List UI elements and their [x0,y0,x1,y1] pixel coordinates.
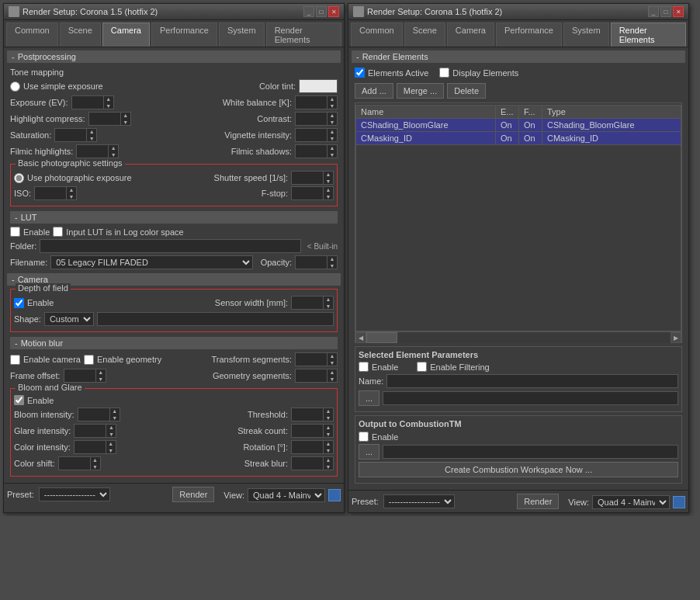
preset-select-2[interactable]: ------------------ [383,494,455,508]
contrast-up[interactable]: ▲ [327,112,337,119]
shutter-up[interactable]: ▲ [324,171,333,178]
sensor-down[interactable]: ▼ [324,303,333,310]
shape-dropdown[interactable]: Custom [44,312,94,326]
wb-spinbox[interactable]: 6500,0 ▲ ▼ [295,95,338,109]
rotation-up[interactable]: ▲ [324,440,333,447]
streak-count-input[interactable]: 3 [292,426,323,435]
bloom-enable-checkbox[interactable] [14,395,24,405]
color-tint-swatch[interactable] [299,79,338,93]
combustion-enable-checkbox[interactable] [359,432,369,442]
rotation-input[interactable]: 0,0 [292,442,323,452]
color-intensity-down[interactable]: ▼ [106,447,116,454]
exposure-spinbox[interactable]: 0,0 ▲ ▼ [71,95,114,109]
exposure-down[interactable]: ▼ [104,102,113,109]
vignette-spinbox[interactable]: 0,0 ▲ ▼ [295,128,338,142]
filmic-high-down[interactable]: ▼ [109,151,118,158]
re-row-1[interactable]: CMasking_ID On On CMasking_ID [356,132,681,145]
color-shift-spinbox[interactable]: 0,0 ▲ ▼ [58,456,101,470]
fstop-up[interactable]: ▲ [324,186,333,193]
glare-intensity-up[interactable]: ▲ [106,424,116,431]
minimize-btn-2[interactable]: _ [648,6,659,17]
scroll-thumb[interactable] [366,332,397,343]
saturation-spinbox[interactable]: 0,0 ▲ ▼ [54,128,97,142]
geo-seg-input[interactable]: 3 [296,371,327,380]
filmic-high-spinbox[interactable]: 0,0 ▲ ▼ [76,144,119,158]
contrast-spinbox[interactable]: 3,0 ▲ ▼ [295,112,338,126]
transform-seg-input[interactable]: 6 [296,355,327,364]
highlight-input[interactable]: 10,0 [89,114,120,123]
fstop-input[interactable]: 16,0 [292,189,323,198]
maximize-btn-2[interactable]: □ [660,6,671,17]
saturation-up[interactable]: ▲ [87,128,96,135]
map-input[interactable]: Map #2094 (exagon_bokeh.jpg) [97,312,334,326]
highlight-spinbox[interactable]: 10,0 ▲ ▼ [88,112,131,126]
rotation-spinbox[interactable]: 0,0 ▲ ▼ [291,440,334,454]
vignette-down[interactable]: ▼ [327,135,337,142]
streak-blur-up[interactable]: ▲ [324,456,333,463]
minimize-btn-1[interactable]: _ [303,6,314,17]
scroll-track[interactable] [366,332,671,343]
lut-opacity-up[interactable]: ▲ [327,255,337,262]
threshold-spinbox[interactable]: 0,1 ▲ ▼ [291,408,334,421]
filmic-shadow-spinbox[interactable]: 0,0 ▲ ▼ [295,144,338,158]
iso-up[interactable]: ▲ [67,186,76,193]
re-row-0[interactable]: CShading_BloomGlare On On CShading_Bloom… [356,119,681,132]
transform-seg-down[interactable]: ▼ [327,359,337,366]
view-lock-icon-1[interactable] [328,489,341,501]
tab1-system[interactable]: System [219,23,265,47]
glare-intensity-down[interactable]: ▼ [106,431,116,438]
streak-count-up[interactable]: ▲ [324,424,333,431]
lut-opacity-down[interactable]: ▼ [327,262,337,269]
view-lock-icon-2[interactable] [673,496,685,508]
wb-input[interactable]: 6500,0 [296,98,327,107]
wb-up[interactable]: ▲ [327,95,337,102]
filmic-shadow-input[interactable]: 0,0 [296,147,327,156]
tab2-system[interactable]: System [563,23,609,47]
threshold-down[interactable]: ▼ [324,414,333,421]
combustion-dots-btn[interactable]: ... [359,444,379,460]
simple-exposure-radio[interactable] [10,82,20,92]
selected-dots-btn[interactable]: ... [359,390,379,406]
color-shift-down[interactable]: ▼ [91,463,100,470]
enable-filtering-checkbox[interactable] [417,362,427,372]
shutter-spinbox[interactable]: 50,0 ▲ ▼ [291,171,334,185]
render-btn-2[interactable]: Render [517,494,559,509]
highlight-down[interactable]: ▼ [121,119,130,126]
color-intensity-input[interactable]: 0,0 [75,442,106,452]
saturation-input[interactable]: 0,0 [55,130,86,140]
selected-extra-input[interactable] [383,391,678,405]
lut-opacity-spinbox[interactable]: 1,0 ▲ ▼ [295,255,338,269]
create-workspace-btn[interactable]: Create Combustion Workspace Now ... [359,462,678,477]
close-btn-2[interactable]: ✕ [673,6,684,17]
lut-folder-input[interactable]: C:\Program Files\Corona\lut\VSCO_luts [40,239,301,253]
color-shift-input[interactable]: 0,0 [59,459,90,468]
view-select-1[interactable]: Quad 4 - Mainvi... [248,488,325,502]
close-btn-1[interactable]: ✕ [328,6,339,17]
transform-seg-spinbox[interactable]: 6 ▲ ▼ [295,352,338,366]
filmic-shadow-up[interactable]: ▲ [327,144,337,151]
streak-blur-spinbox[interactable]: 0,0 ▲ ▼ [291,456,334,470]
lut-enable-checkbox[interactable] [10,227,20,237]
tab2-scene[interactable]: Scene [404,23,445,47]
preset-select-1[interactable]: ------------------ [39,487,110,501]
threshold-input[interactable]: 0,1 [292,410,323,419]
contrast-down[interactable]: ▼ [327,119,337,126]
sensor-up[interactable]: ▲ [324,296,333,303]
frame-offset-down[interactable]: ▼ [96,376,106,383]
tab1-common[interactable]: Common [6,23,58,47]
shutter-input[interactable]: 50,0 [292,173,323,182]
sensor-width-input[interactable]: 36,0 [292,298,323,307]
selected-name-input[interactable] [386,374,678,388]
filmic-high-up[interactable]: ▲ [109,144,118,151]
lut-opacity-input[interactable]: 1,0 [296,258,327,267]
re-scrollbar[interactable]: ◀ ▶ [355,332,682,343]
tab2-performance[interactable]: Performance [496,23,562,47]
filmic-shadow-down[interactable]: ▼ [327,151,337,158]
tab2-camera[interactable]: Camera [447,23,494,47]
shutter-down[interactable]: ▼ [324,178,333,185]
exposure-up[interactable]: ▲ [104,95,113,102]
tab1-render-elements[interactable]: Render Elements [266,23,341,47]
transform-seg-up[interactable]: ▲ [327,352,337,359]
filmic-high-input[interactable]: 0,0 [77,147,108,156]
color-intensity-up[interactable]: ▲ [106,440,116,447]
